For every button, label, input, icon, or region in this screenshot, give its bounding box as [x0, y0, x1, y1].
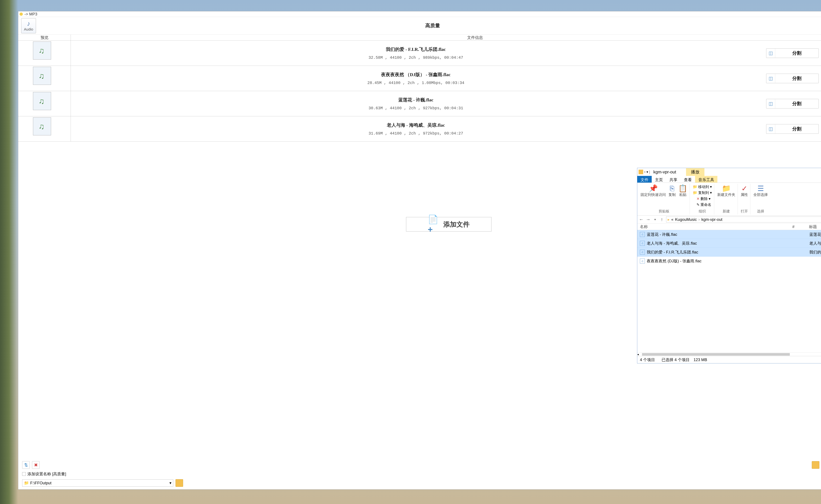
- forward-button[interactable]: →: [646, 217, 651, 222]
- add-file-dropzone[interactable]: 📄+ 添加文件: [406, 217, 491, 231]
- thumb-cell: [18, 66, 71, 91]
- selectall-icon: ☰: [758, 184, 764, 192]
- up-button[interactable]: ↑: [659, 217, 665, 222]
- file-actions: ◫分割📄选项: [761, 116, 821, 141]
- tab-view[interactable]: 查看: [681, 176, 695, 183]
- info-cell: 老人与海 - 海鸣威、吴琼.flac31.69M , 44100 , 2ch ,…: [71, 116, 761, 141]
- properties-button[interactable]: ✓属性: [741, 184, 748, 197]
- file-row[interactable]: 老人与海 - 海鸣威、吴琼.flac31.69M , 44100 , 2ch ,…: [18, 116, 821, 142]
- file-name: 夜夜夜夜然 （DJ版） - 张鑫雨.flac: [381, 72, 451, 78]
- address-bar[interactable]: ▸ « KugouMusic › kgm-vpr-out ▾: [666, 217, 821, 222]
- split-button[interactable]: ◫分割: [766, 124, 819, 134]
- newfolder-icon: 📁: [722, 184, 731, 192]
- properties-icon: ✓: [741, 184, 747, 192]
- flac-file-icon: ♫: [640, 232, 645, 237]
- file-list: 我们的爱 - F.I.R.飞儿乐团.flac32.58M , 44100 , 2…: [18, 41, 821, 142]
- file-meta: 28.45M , 44100 , 2ch , 1.08Mbps, 00:03:3…: [367, 81, 464, 85]
- file-meta: 30.63M , 44100 , 2ch , 927kbps, 00:04:31: [368, 106, 463, 110]
- rename-button[interactable]: ✎重命名: [697, 202, 711, 207]
- newfolder-button[interactable]: 📁新建文件夹: [717, 184, 735, 197]
- header-preview: 预览: [18, 35, 71, 40]
- browse-folder-button[interactable]: [175, 479, 183, 487]
- col-header-name[interactable]: 名称: [640, 224, 778, 229]
- file-title: 老人与海: [809, 241, 821, 246]
- audio-thumb-icon: [33, 42, 51, 60]
- status-count: 4 个项目: [640, 357, 655, 362]
- col-header-title[interactable]: 标题: [809, 224, 821, 229]
- list-item[interactable]: ♫蓝莲花 - 许巍.flac蓝莲花: [637, 230, 821, 239]
- copy-icon: ⎘: [670, 184, 674, 192]
- moveto-button[interactable]: 📁移动到 ▾: [693, 184, 712, 189]
- copy-button[interactable]: ⎘复制: [669, 184, 676, 197]
- flac-file-icon: ♫: [640, 241, 645, 246]
- pin-quickaccess-button[interactable]: 📌固定到快速访问: [641, 184, 666, 197]
- file-row[interactable]: 夜夜夜夜然 （DJ版） - 张鑫雨.flac28.45M , 44100 , 2…: [18, 66, 821, 91]
- split-button[interactable]: ◫分割: [766, 99, 819, 108]
- flac-file-icon: ♫: [640, 259, 645, 263]
- explorer-title: kgm-vpr-out: [653, 169, 676, 175]
- folder-icon: [639, 170, 643, 174]
- file-actions: ◫分割📄选项: [761, 66, 821, 91]
- split-icon: ◫: [766, 74, 775, 83]
- status-selected: 已选择 4 个项目 123 MB: [662, 357, 707, 362]
- chevron-down-icon: ▾: [169, 481, 171, 485]
- music-note-icon: ♪: [27, 20, 30, 27]
- recent-dropdown[interactable]: ▾: [653, 217, 658, 222]
- split-icon: ◫: [766, 124, 775, 134]
- column-headers: 预览 文件信息: [18, 35, 821, 41]
- file-title: 我们的爱: [809, 250, 821, 255]
- output-path-combo[interactable]: 📁 F:\FFOutput ▾: [22, 479, 173, 487]
- file-meta: 32.58M , 44100 , 2ch , 989kbps, 00:04:47: [368, 55, 463, 60]
- file-actions: ◫分割📄选项: [761, 41, 821, 66]
- explorer-titlebar[interactable]: ▫ ▾ | kgm-vpr-out 播放 — ☐ ✕: [637, 168, 821, 176]
- split-icon: ◫: [766, 99, 775, 108]
- ribbon: 📌固定到快速访问 ⎘复制 📋粘贴 剪贴板 📁移动到 ▾ 📁复制到 ▾ ✕删除 ▾…: [637, 183, 821, 216]
- file-name: 我们的爱 - F.I.R.飞儿乐团.flac: [647, 250, 778, 255]
- info-cell: 蓝莲花 - 许巍.flac30.63M , 44100 , 2ch , 927k…: [71, 91, 761, 116]
- tab-music-tools[interactable]: 音乐工具: [695, 176, 717, 183]
- window-title: -> MP3: [24, 12, 821, 16]
- qat-icon[interactable]: ▫: [644, 170, 646, 174]
- split-icon: ◫: [766, 49, 775, 58]
- app-icon: [20, 12, 23, 16]
- tab-share[interactable]: 共享: [666, 176, 681, 183]
- address-bar-row: ← → ▾ ↑ ▸ « KugouMusic › kgm-vpr-out ▾ ⟳…: [637, 216, 821, 223]
- list-item[interactable]: ♫夜夜夜夜然 (DJ版) - 张鑫雨.flac: [637, 257, 821, 265]
- horizontal-scrollbar[interactable]: ◂ ▸: [637, 352, 821, 356]
- tab-file[interactable]: 文件: [637, 176, 652, 183]
- paste-button[interactable]: 📋粘贴: [678, 184, 687, 197]
- open-folder-button[interactable]: [812, 461, 819, 469]
- audio-format-tile[interactable]: ♪ Audio: [21, 18, 36, 33]
- bottom-bar: ⇅ ✖ 📄 添加文件 添加设置名称 [高质量] 📁 F:\FFOutput ▾: [18, 459, 821, 489]
- remove-button[interactable]: ✖: [32, 461, 40, 469]
- col-header-number[interactable]: #: [778, 224, 809, 229]
- file-name: 老人与海 - 海鸣威、吴琼.flac: [387, 122, 445, 128]
- copyto-button[interactable]: 📁复制到 ▾: [693, 190, 712, 195]
- copyto-icon: 📁: [693, 191, 697, 195]
- info-cell: 夜夜夜夜然 （DJ版） - 张鑫雨.flac28.45M , 44100 , 2…: [71, 66, 761, 91]
- pin-icon: 📌: [649, 184, 658, 192]
- append-settings-name-checkbox[interactable]: 添加设置名称 [高质量]: [22, 471, 821, 477]
- thumb-cell: [18, 116, 71, 141]
- titlebar[interactable]: -> MP3 — ☐ ✕: [18, 11, 821, 17]
- list-item[interactable]: ♫我们的爱 - F.I.R.飞儿乐团.flac我们的爱: [637, 248, 821, 257]
- file-name: 老人与海 - 海鸣威、吴琼.flac: [647, 241, 778, 246]
- qat-dropdown-icon[interactable]: ▾: [647, 170, 648, 174]
- file-name: 我们的爱 - F.I.R.飞儿乐团.flac: [386, 46, 446, 53]
- merge-button[interactable]: ⇅: [22, 461, 30, 469]
- file-list: ♫蓝莲花 - 许巍.flac蓝莲花♫老人与海 - 海鸣威、吴琼.flac老人与海…: [637, 230, 821, 352]
- split-button[interactable]: ◫分割: [766, 48, 819, 58]
- list-item[interactable]: ♫老人与海 - 海鸣威、吴琼.flac老人与海: [637, 239, 821, 248]
- split-button[interactable]: ◫分割: [766, 74, 819, 83]
- back-button[interactable]: ←: [639, 217, 644, 222]
- file-row[interactable]: 我们的爱 - F.I.R.飞儿乐团.flac32.58M , 44100 , 2…: [18, 41, 821, 66]
- selectall-button[interactable]: ☰全部选择: [753, 184, 768, 197]
- column-headers[interactable]: 名称 # 标题: [637, 223, 821, 230]
- file-name: 夜夜夜夜然 (DJ版) - 张鑫雨.flac: [647, 258, 778, 264]
- status-bar: 4 个项目 已选择 4 个项目 123 MB ☰ ▦: [637, 356, 821, 363]
- delete-button[interactable]: ✕删除 ▾: [697, 196, 711, 201]
- folder-icon: 📁: [24, 481, 29, 485]
- tab-home[interactable]: 主页: [652, 176, 666, 183]
- contextual-tab-play[interactable]: 播放: [686, 168, 705, 176]
- file-row[interactable]: 蓝莲花 - 许巍.flac30.63M , 44100 , 2ch , 927k…: [18, 91, 821, 116]
